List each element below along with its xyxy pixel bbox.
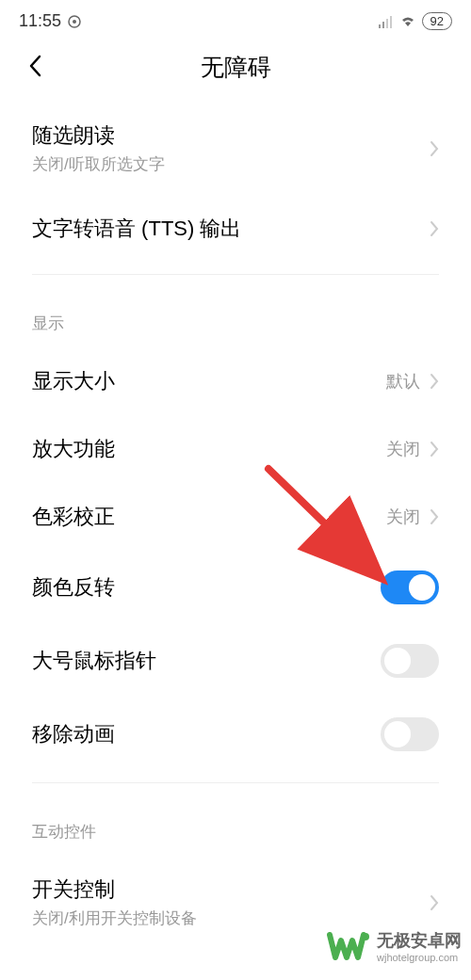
remove-animation-item: 移除动画 (32, 698, 439, 771)
back-button[interactable] (28, 55, 41, 81)
watermark-logo-icon (326, 924, 371, 969)
item-title: 色彩校正 (32, 503, 386, 531)
battery-badge: 92 (422, 12, 452, 30)
settings-content: 随选朗读 关闭/听取所选文字 文字转语音 (TTS) 输出 显示 显示大小 默认… (0, 102, 471, 949)
status-left: 11:55 (19, 11, 82, 31)
page-title: 无障碍 (201, 52, 271, 83)
chevron-right-icon (430, 441, 439, 458)
svg-point-8 (362, 933, 369, 940)
divider (32, 782, 439, 783)
item-title: 开关控制 (32, 876, 430, 904)
item-value: 关闭 (386, 506, 420, 528)
toggle-knob (384, 648, 411, 674)
item-title: 大号鼠标指针 (32, 647, 381, 675)
item-subtitle: 关闭/听取所选文字 (32, 153, 430, 175)
svg-rect-4 (386, 19, 388, 28)
wifi-icon (399, 15, 416, 28)
item-title: 文字转语音 (TTS) 输出 (32, 215, 430, 243)
item-title: 随选朗读 (32, 121, 430, 150)
music-icon (67, 14, 82, 29)
large-cursor-item: 大号鼠标指针 (32, 624, 439, 698)
signal-icon (379, 15, 394, 28)
chevron-right-icon (430, 220, 439, 237)
svg-point-1 (73, 20, 76, 24)
watermark: 无极安卓网 wjhotelgroup.com (326, 924, 462, 969)
watermark-url: wjhotelgroup.com (377, 952, 458, 963)
toggle-knob (409, 574, 435, 601)
tts-item[interactable]: 文字转语音 (TTS) 输出 (32, 195, 439, 263)
nav-bar: 无障碍 (0, 37, 471, 102)
chevron-right-icon (430, 508, 439, 525)
section-display: 显示 (32, 286, 439, 347)
chevron-right-icon (430, 140, 439, 157)
status-bar: 11:55 92 (0, 0, 471, 37)
section-interaction: 互动控件 (32, 795, 439, 856)
item-title: 显示大小 (32, 367, 386, 395)
chevron-right-icon (430, 373, 439, 390)
svg-rect-2 (379, 24, 381, 28)
toggle-knob (384, 721, 411, 747)
chevron-left-icon (28, 55, 41, 77)
item-title: 颜色反转 (32, 573, 381, 602)
magnify-item[interactable]: 放大功能 关闭 (32, 415, 439, 483)
watermark-title: 无极安卓网 (377, 929, 462, 952)
status-right: 92 (379, 12, 452, 30)
item-title: 放大功能 (32, 435, 386, 463)
item-title: 移除动画 (32, 720, 381, 748)
chevron-right-icon (430, 894, 439, 911)
divider (32, 274, 439, 275)
svg-rect-3 (382, 22, 384, 28)
remove-animation-toggle[interactable] (381, 717, 439, 751)
color-inversion-item: 颜色反转 (32, 551, 439, 624)
svg-rect-5 (390, 16, 392, 28)
color-inversion-toggle[interactable] (381, 570, 439, 604)
item-value: 关闭 (386, 438, 420, 460)
select-to-speak-item[interactable]: 随选朗读 关闭/听取所选文字 (32, 102, 439, 195)
status-time: 11:55 (19, 11, 61, 31)
large-cursor-toggle[interactable] (381, 644, 439, 678)
item-value: 默认 (386, 370, 420, 393)
color-correction-item[interactable]: 色彩校正 关闭 (32, 483, 439, 551)
display-size-item[interactable]: 显示大小 默认 (32, 347, 439, 415)
